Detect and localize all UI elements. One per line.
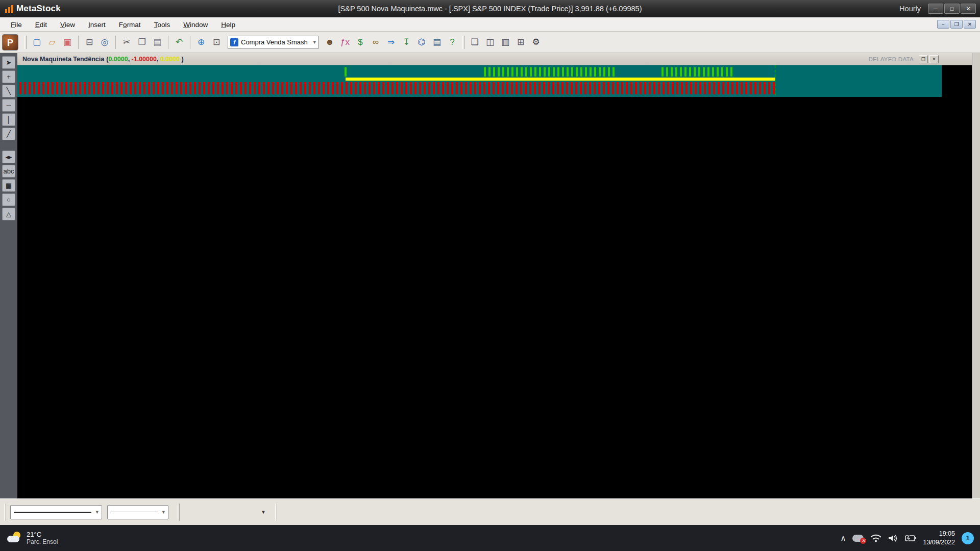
maximize-button[interactable]: □ (944, 4, 960, 14)
child-restore-button[interactable]: ❐ (950, 20, 963, 29)
delayed-data-label: DELAYED DATA (868, 56, 914, 62)
indicator-combo-value: Compra Venda Smash (241, 38, 313, 46)
menu-help[interactable]: Help (214, 19, 242, 31)
color-palette (184, 511, 259, 513)
onedrive-error-icon[interactable]: ✕ (852, 535, 864, 542)
indicator-builder-button[interactable]: ƒx (338, 35, 352, 49)
title-bar: MetaStock [S&P 500 Nova Maquineta.mwc - … (0, 0, 980, 17)
line-style-preview (14, 512, 91, 513)
menu-format[interactable]: Format (112, 19, 148, 31)
line-style-combo[interactable]: ▾ (10, 505, 102, 519)
pointer-tool[interactable]: ➤ (2, 56, 15, 69)
toolbar-separator (190, 36, 190, 49)
menu-tools[interactable]: Tools (148, 19, 177, 31)
toolbar-grip[interactable] (24, 36, 27, 49)
save-chart-button[interactable]: ▣ (60, 35, 75, 49)
text-tool[interactable]: abc (2, 165, 15, 178)
report-button[interactable]: ▤ (430, 35, 444, 49)
drawing-toolbar: ➤+╲─│╱◂▸abc▦○△ (0, 53, 17, 498)
trendline-tool[interactable]: ╲ (2, 85, 15, 97)
indicator-combo[interactable]: f Compra Venda Smash ▾ (228, 36, 318, 49)
chart-options-button[interactable]: ⚙ (529, 35, 543, 49)
paste-button[interactable]: ▤ (150, 35, 164, 49)
weather-desc: Parc. Ensol (27, 538, 58, 545)
toolbar-grip-2[interactable] (462, 36, 464, 49)
print-button[interactable]: ⊟ (82, 35, 96, 49)
tray-chevron-icon[interactable]: ∧ (840, 534, 846, 543)
line-weight-preview (111, 512, 158, 512)
periodicity-label: Hourly (899, 5, 921, 13)
palette-dropdown-arrow[interactable]: ▼ (261, 509, 266, 515)
vertical-line-tool[interactable]: │ (2, 113, 15, 126)
menu-window[interactable]: Window (177, 19, 214, 31)
minimize-button[interactable]: ─ (928, 4, 943, 14)
panel-header-1[interactable]: Nova Maquineta Tendência (0.0000, -1.000… (17, 53, 972, 65)
main-area: ➤+╲─│╱◂▸abc▦○△ Nova Maquineta Tendência … (0, 53, 980, 498)
menu-view[interactable]: View (54, 19, 82, 31)
trend-channel-tool[interactable]: ╱ (2, 128, 15, 140)
quotes-button[interactable]: $ (353, 35, 368, 49)
horizontal-line-tool[interactable]: ─ (2, 99, 15, 112)
menu-insert[interactable]: Insert (82, 19, 112, 31)
crosshair-button[interactable]: ⊕ (194, 35, 208, 49)
zoom-area-button[interactable]: ⊡ (209, 35, 224, 49)
toolbar-separator (78, 36, 79, 49)
undo-button[interactable]: ↶ (172, 35, 186, 49)
compare-securities-button[interactable]: ◫ (483, 35, 497, 49)
menu-file[interactable]: File (4, 19, 29, 31)
child-close-button[interactable]: ✕ (964, 20, 976, 29)
downloader-button[interactable]: ↧ (399, 35, 413, 49)
window-controls: ─□✕ (928, 4, 976, 14)
chevron-down-icon: ▾ (162, 509, 165, 515)
new-chart-button[interactable]: ▢ (30, 35, 44, 49)
triangle-tool[interactable]: △ (2, 208, 15, 220)
open-chart-button[interactable]: ▱ (45, 35, 59, 49)
chevron-down-icon: ▾ (95, 509, 99, 515)
notification-badge[interactable]: 1 (962, 532, 974, 544)
power-console-button[interactable]: P (2, 34, 18, 51)
cut-button[interactable]: ✂ (119, 35, 134, 49)
panel-restore-button[interactable]: ❐ (919, 55, 928, 63)
style-toolbar: ▾ ▾ ▼ (0, 498, 980, 525)
toolbar-separator (115, 36, 116, 49)
line-weight-combo[interactable]: ▾ (107, 505, 168, 519)
system-tester-button[interactable]: ⌬ (414, 35, 429, 49)
main-toolbar: P ▢▱▣⊟◎✂❐▤↶⊕⊡ f Compra Venda Smash ▾ ☻ƒx… (0, 32, 980, 53)
toolbar-separator (168, 36, 168, 49)
explorer-button[interactable]: ∞ (369, 35, 383, 49)
chevron-down-icon: ▾ (313, 39, 316, 45)
system-tray: ∧ ✕ 19:05 13/09/2022 1 (840, 530, 974, 547)
tile-horizontal-button[interactable]: ▥ (498, 35, 512, 49)
child-window-controls: −❐✕ (937, 20, 976, 29)
menu-edit[interactable]: Edit (29, 19, 54, 31)
battery-charging-icon[interactable] (904, 535, 916, 542)
clock-date: 13/09/2022 (923, 538, 955, 547)
child-minimize-button[interactable]: − (937, 20, 949, 29)
tray-clock[interactable]: 19:05 13/09/2022 (923, 530, 955, 547)
scroll-arrows-tool[interactable]: ◂▸ (2, 151, 15, 163)
chart-window: Nova Maquineta Tendência (0.0000, -1.000… (17, 53, 972, 498)
palette-grip[interactable] (178, 504, 180, 521)
print-preview-button[interactable]: ◎ (97, 35, 112, 49)
grid-tool[interactable]: ▦ (2, 179, 15, 192)
crosshair-tool[interactable]: + (2, 70, 15, 83)
style-toolbar-grip[interactable] (4, 504, 6, 521)
app-name: MetaStock (16, 4, 61, 14)
context-help-button[interactable]: ? (445, 35, 459, 49)
forecaster-button[interactable]: ⇒ (384, 35, 398, 49)
document-title: [S&P 500 Nova Maquineta.mwc - [.SPX] S&P… (338, 5, 642, 13)
panel-plot-1[interactable] (17, 65, 942, 97)
close-button[interactable]: ✕ (961, 4, 976, 14)
expert-advisor-button[interactable]: ☻ (323, 35, 337, 49)
wifi-icon[interactable] (870, 534, 881, 542)
template-grip[interactable] (275, 504, 277, 521)
volume-icon[interactable] (888, 534, 897, 542)
metastock-logo-icon (5, 5, 13, 13)
panel-close-button[interactable]: ✕ (929, 55, 939, 63)
tile-windows-button[interactable]: ⊞ (513, 35, 528, 49)
copy-button[interactable]: ❐ (135, 35, 149, 49)
ellipse-tool[interactable]: ○ (2, 193, 15, 206)
cascade-windows-button[interactable]: ❏ (468, 35, 482, 49)
right-scroll-strip[interactable] (972, 53, 980, 498)
weather-widget[interactable]: 21°C Parc. Ensol (7, 531, 119, 545)
